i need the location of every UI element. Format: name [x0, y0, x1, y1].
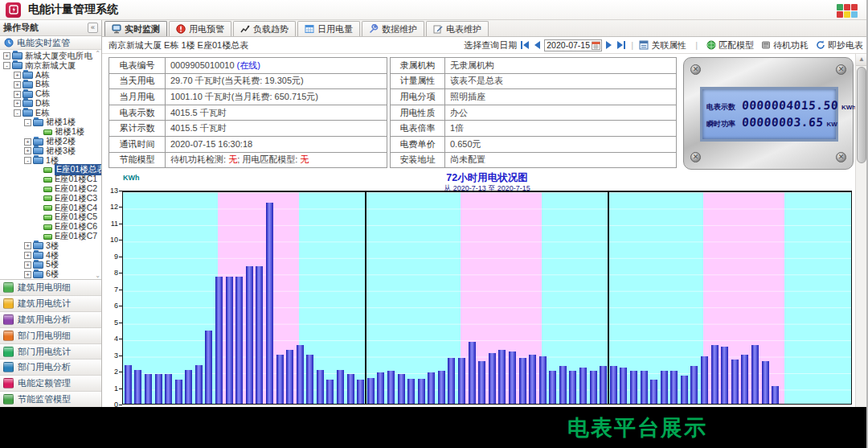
scroll-up-arrow-icon[interactable]: ▲: [856, 54, 867, 66]
calendar-button-icon[interactable]: [592, 41, 600, 50]
toolbar-button-即抄电表[interactable]: 即抄电表: [816, 39, 863, 51]
nav-next-icon[interactable]: [606, 41, 612, 49]
toolbar-button-匹配模型[interactable]: 匹配模型: [706, 39, 754, 51]
hour-usage-bar: [347, 374, 354, 404]
scrollbar-thumb[interactable]: [857, 67, 866, 163]
hour-usage-bar: [377, 372, 384, 404]
field-label: 安装地址: [391, 152, 445, 168]
nav-last-icon[interactable]: [616, 41, 625, 49]
tab-数据维护[interactable]: 数据维护: [362, 21, 424, 36]
expand-icon[interactable]: +: [24, 252, 31, 259]
tree-scroll-down[interactable]: ⌄: [95, 272, 100, 279]
tree-item-6楼[interactable]: +6楼: [0, 269, 101, 279]
sidebar-section-realtime[interactable]: 电能实时监管: [0, 36, 101, 50]
sidebar-item-建筑用电分析[interactable]: 建筑用电分析: [0, 312, 101, 328]
hour-usage-bar: [681, 376, 688, 404]
date-toolbar: 选择查询日期 | 关联属性|匹配模型待机功耗即抄电表: [464, 39, 863, 51]
collapse-icon[interactable]: -: [3, 62, 10, 69]
hour-usage-bar: [498, 350, 506, 404]
hour-usage-bar: [286, 350, 293, 404]
expand-icon[interactable]: +: [14, 72, 21, 79]
expand-icon[interactable]: +: [24, 271, 31, 278]
link-icon: [639, 40, 649, 50]
tree-item-裙楼1楼[interactable]: -裙楼1楼: [0, 118, 101, 128]
screw-icon: ✕: [690, 152, 701, 162]
collapse-sidebar-button[interactable]: «: [88, 23, 98, 33]
tab-用电预警[interactable]: 用电预警: [169, 21, 231, 36]
tree-item-A栋[interactable]: +A栋: [0, 71, 101, 80]
lcd-line-reading: 电表示数 0000004015.50 KWh: [706, 99, 832, 113]
tree-line: [35, 224, 42, 231]
model-icon: [706, 40, 716, 50]
tree-item-D栋[interactable]: +D栋: [0, 99, 101, 109]
main-area: 实时监测用电预警负载趋势日用电量数据维护电表维护 南京新城大厦 E栋 1楼 E座…: [102, 20, 868, 407]
collapse-icon[interactable]: -: [14, 109, 21, 117]
nav-first-icon[interactable]: [521, 41, 530, 49]
sidebar-item-电能定额管理[interactable]: 电能定额管理: [0, 376, 101, 392]
collapse-icon[interactable]: -: [24, 157, 31, 164]
meter-icon: [43, 195, 52, 201]
tab-电表维护[interactable]: 电表维护: [426, 21, 489, 36]
tree-line: [35, 214, 42, 221]
toolbar-button-关联属性[interactable]: 关联属性: [639, 39, 686, 51]
table-row: 电费单价0.650元: [391, 136, 677, 152]
toolbar-separator: |: [694, 40, 699, 50]
sidebar-section-label: 电能实时监管: [17, 37, 70, 49]
tab-实时监测[interactable]: 实时监测: [104, 21, 167, 36]
sidebar-item-部门用电明细[interactable]: 部门用电明细: [0, 328, 101, 344]
value-part: 1倍: [450, 123, 464, 133]
tab-日用电量[interactable]: 日用电量: [297, 21, 360, 36]
toolbar-button-label: 关联属性: [651, 39, 686, 51]
expand-icon[interactable]: +: [14, 100, 21, 107]
hour-usage-bar: [579, 368, 587, 404]
hour-usage-bar: [357, 380, 364, 404]
grid-logo-icon[interactable]: [837, 4, 858, 18]
tree-line: [35, 233, 42, 240]
expand-icon[interactable]: +: [14, 81, 21, 88]
toolbar-button-待机功耗[interactable]: 待机功耗: [761, 39, 809, 51]
field-label: 用电分项: [391, 89, 445, 105]
vertical-scrollbar[interactable]: ▲: [855, 54, 867, 407]
sidebar-item-部门用电分析[interactable]: 部门用电分析: [0, 360, 101, 376]
expand-icon[interactable]: +: [24, 261, 31, 269]
table-row: 计量属性该表不是总表: [391, 73, 677, 89]
tree-scroll-up[interactable]: ⌃: [95, 50, 100, 57]
tab-负载趋势[interactable]: 负载趋势: [233, 21, 296, 36]
sidebar-item-部门用电统计[interactable]: 部门用电统计: [0, 344, 101, 360]
sidebar-item-建筑用电统计[interactable]: 建筑用电统计: [0, 296, 101, 312]
field-label: 当天用电: [109, 73, 166, 89]
hour-usage-bar: [276, 355, 284, 404]
sidebar-item-label: 部门用电明细: [18, 330, 71, 342]
module-icon: [3, 347, 14, 357]
field-label: 节能模型: [109, 152, 166, 168]
grid-logo-square: [837, 4, 843, 10]
expand-icon[interactable]: +: [14, 91, 21, 98]
sidebar-item-label: 建筑用电统计: [18, 298, 71, 310]
expand-icon[interactable]: +: [24, 147, 31, 154]
hour-usage-bar: [721, 347, 728, 404]
tree-item-南京新城大厦[interactable]: -南京新城大厦: [0, 61, 101, 71]
tab-label: 日用电量: [317, 23, 353, 35]
expand-icon[interactable]: +: [24, 138, 31, 146]
table-row: 安装地址尚未配置: [391, 152, 677, 168]
meter-icon: [43, 234, 52, 240]
expand-icon[interactable]: +: [3, 52, 10, 60]
folder-icon: [33, 252, 43, 259]
expand-icon[interactable]: +: [24, 242, 31, 249]
tree-item-C栋[interactable]: +C栋: [0, 89, 101, 99]
y-tick-label: 5: [102, 319, 118, 327]
tab-label: 负载趋势: [253, 23, 289, 35]
value-part: ; 用电匹配模型:: [237, 154, 300, 164]
tree-item-B栋[interactable]: +B栋: [0, 80, 101, 89]
sidebar-item-节能监管模型[interactable]: 节能监管模型: [0, 392, 101, 408]
tab-label: 数据维护: [382, 23, 417, 35]
sidebar-item-建筑用电明细[interactable]: 建筑用电明细: [0, 280, 101, 296]
folder-icon: [23, 91, 33, 98]
collapse-icon[interactable]: -: [24, 119, 31, 126]
y-tick-label: 9: [102, 253, 118, 261]
toolbar-buttons: 关联属性|匹配模型待机功耗即抄电表: [639, 39, 863, 51]
tree-item-label: 6楼: [46, 269, 59, 279]
nav-prev-icon[interactable]: [534, 41, 540, 49]
field-value: 4015.5 千瓦时: [166, 105, 387, 121]
y-tick-label: 4: [102, 335, 118, 343]
